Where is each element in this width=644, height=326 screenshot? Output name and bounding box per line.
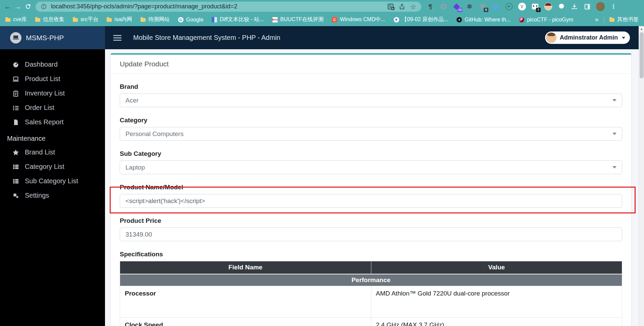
card-title: Update Product [111,55,631,74]
site-info-icon[interactable] [40,3,48,11]
bookmark-item[interactable]: PpicoCTF - picoGym [519,17,573,23]
extensions-puzzle-button[interactable] [557,2,566,11]
bookmark-folder[interactable]: 信息收集 [35,16,64,23]
github-icon: ● [457,17,462,22]
user-avatar [546,32,556,43]
bookmarks-overflow-button[interactable]: » [595,16,598,23]
grid-list-icon [12,164,19,170]
sidebar-item-settings[interactable]: Settings [0,188,105,203]
spec-field-cell: Processor [120,286,371,318]
forward-button[interactable]: → [13,2,23,12]
bookmark-folder[interactable]: isa内网 [107,16,132,23]
bookmark-label: 信息收集 [43,16,64,23]
bookmark-folder[interactable]: 待测网站 [141,16,170,23]
bookmark-item[interactable]: ●GitHub: Where th... [457,17,511,23]
gear-extension-icon[interactable]: ✽ [465,2,474,11]
profile-avatar-image [596,2,605,11]
table-row: Processor AMD Athlon™ Gold 7220U dual-co… [120,286,622,318]
brand-label: Brand [120,83,622,90]
spec-field-cell: Clock Speed [120,318,371,326]
sidebar-item-sub-category-list[interactable]: Sub Category List [0,174,105,188]
monocle-extension-icon[interactable] [544,2,552,11]
profile-avatar[interactable] [596,2,605,11]
brand-link[interactable]: MSMS-PHP [0,26,105,49]
product-name-input[interactable] [120,194,622,208]
bookmark-folder[interactable]: src平台 [73,16,98,23]
sidebar-item-brand-list[interactable]: Brand List [0,145,105,159]
scrollbar-up-arrow[interactable]: ▲ [639,26,644,31]
sub-category-select[interactable]: Laptop [120,160,622,174]
chevron-down-icon [612,166,616,169]
bookmark-item[interactable]: CWindows CMD中... [332,16,385,23]
vue-extension-icon[interactable]: V [518,2,526,11]
bookmark-item[interactable]: Diff文本比较 - 站... [212,16,264,23]
share-button[interactable] [398,3,406,11]
sidebar-item-sales-report[interactable]: Sales Report [0,115,105,129]
user-menu[interactable]: Adminstrator Admin [545,31,630,44]
brand-text: MSMS-PHP [26,34,64,42]
url-text[interactable]: localhost:3456/php-ocls/admin/?page=prod… [51,3,383,10]
sidebar-item-dashboard[interactable]: Dashboard [0,57,105,72]
laptop-icon [12,76,19,82]
translate-icon: G [388,4,393,9]
spec-group-label: Performance [120,274,622,286]
folder-icon [35,18,40,22]
url-bar[interactable]: localhost:3456/php-ocls/admin/?page=prod… [36,2,421,12]
sidebar-item-order-list[interactable]: Order List [0,101,105,115]
refresh-button[interactable] [23,2,33,12]
bookmark-item[interactable]: BUUBUUCTF在线评测 [272,16,324,23]
translate-button[interactable]: G [386,3,394,11]
specifications-label: Specifications [120,251,622,258]
side-panel-button[interactable] [583,2,592,11]
side-panel-icon [585,4,590,9]
pilcrow-extension-icon[interactable]: ¶ [426,2,435,11]
stack-extension-icon[interactable]: 13 [452,2,461,11]
bookmark-item[interactable]: ❉【09-02 原创作品... [394,16,448,23]
back-button[interactable]: ← [3,2,13,12]
bookmark-label: isa内网 [114,16,132,23]
bookmarks-bar: cve库 信息收集 src平台 isa内网 待测网站 GGoogle Diff文… [0,13,644,26]
sub-category-label: Sub Category [120,150,622,157]
bookmark-folder[interactable]: cve库 [5,16,27,23]
sidebar-item-category-list[interactable]: Category List [0,159,105,174]
grid-list-icon [12,178,19,185]
category-select[interactable]: Personal Computers [120,127,622,141]
sidebar-toggle-button[interactable] [113,35,122,41]
chevron-down-icon [622,37,625,39]
chevron-down-icon [612,99,616,102]
downloads-button[interactable] [570,2,579,11]
browser-menu-button[interactable]: ⋮ [609,2,618,11]
folder-icon [107,18,112,22]
clipboard-icon [12,90,19,97]
user-name: Adminstrator Admin [560,34,618,41]
bookmark-label: 【09-02 原创作品... [402,16,448,23]
palm-extension-icon[interactable]: ✶ [504,2,513,11]
cat-glyph [493,4,499,9]
bookmark-star-button[interactable]: ☆ [409,3,417,11]
sidebar-item-label: Brand List [25,148,55,156]
sidebar-item-label: Inventory List [25,89,65,97]
brand-select[interactable]: Acer [120,93,622,107]
folder-icon [5,18,10,22]
sidebar-item-inventory-list[interactable]: Inventory List [0,86,105,101]
ring-extension-icon[interactable] [439,2,448,11]
cat-extension-icon[interactable] [491,2,500,11]
other-bookmarks-button[interactable]: 其他书签 [609,16,639,23]
file-icon [12,119,19,126]
product-price-input[interactable] [120,227,622,241]
palm-glyph: ✶ [505,3,513,10]
extensions-row: ¶ 13 ✽ ⌘ II ✶ V 7 ⋮ [426,2,618,11]
ring-glyph [441,4,446,9]
star-icon [12,149,19,156]
cogs-icon [12,192,19,199]
scrollbar-thumb[interactable] [640,32,644,78]
bookmark-item[interactable]: GGoogle [178,17,204,23]
page-scrollbar[interactable]: ▲ [639,26,644,326]
command-badge: II [484,8,488,12]
panda-extension-icon[interactable]: 7 [531,2,539,11]
sidebar-item-product-list[interactable]: Product List [0,72,105,86]
command-extension-icon[interactable]: ⌘ II [478,2,487,11]
monocle-glyph [544,3,552,10]
brand-selected-value: Acer [125,97,139,104]
bookmark-label: cve库 [13,16,27,23]
